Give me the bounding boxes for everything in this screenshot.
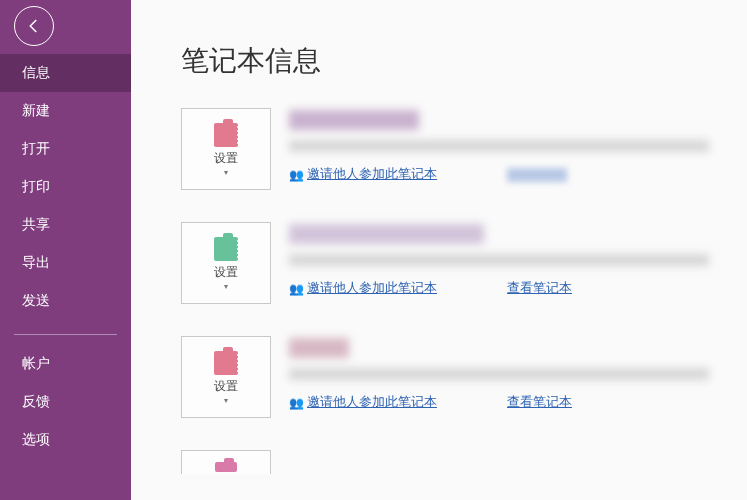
invite-link-label: 邀请他人参加此笔记本 (307, 166, 437, 183)
invite-link-label: 邀请他人参加此笔记本 (307, 280, 437, 297)
chevron-down-icon: ▾ (224, 398, 228, 404)
notebook-title-redacted (289, 224, 484, 244)
notebook-icon (214, 351, 238, 375)
notebook-title-redacted (289, 110, 419, 130)
notebook-icon (215, 462, 237, 472)
settings-label: 设置 (214, 378, 238, 395)
nav-item-print[interactable]: 打印 (0, 168, 131, 206)
notebook-path-redacted (289, 368, 709, 380)
sidebar-nav: 信息 新建 打开 打印 共享 导出 发送 (0, 54, 131, 320)
notebook-title-redacted (289, 338, 349, 358)
back-arrow-icon (25, 17, 43, 35)
notebook-settings-button[interactable] (181, 450, 271, 474)
nav-item-account[interactable]: 帐户 (0, 345, 131, 383)
notebook-path-redacted (289, 254, 709, 266)
content-area: 笔记本信息 设置 ▾ 👥 (131, 0, 747, 500)
nav-item-feedback[interactable]: 反馈 (0, 383, 131, 421)
invite-link-label: 邀请他人参加此笔记本 (307, 394, 437, 411)
settings-label: 设置 (214, 264, 238, 281)
invite-link[interactable]: 👥 邀请他人参加此笔记本 (289, 394, 437, 411)
notebook-info: 👥 邀请他人参加此笔记本 查看笔记本 (289, 336, 747, 411)
back-button[interactable] (14, 6, 54, 46)
notebook-settings-button[interactable]: 设置 ▾ (181, 222, 271, 304)
nav-item-info[interactable]: 信息 (0, 54, 131, 92)
notebook-settings-button[interactable]: 设置 ▾ (181, 336, 271, 418)
redacted-link (507, 168, 567, 182)
sidebar-nav-bottom: 帐户 反馈 选项 (0, 345, 131, 459)
notebook-item: 设置 ▾ 👥 邀请他人参加此笔记本 查看笔记本 (181, 336, 747, 418)
notebook-icon (214, 123, 238, 147)
notebook-path-redacted (289, 140, 709, 152)
notebook-icon (214, 237, 238, 261)
view-notebook-link[interactable]: 查看笔记本 (507, 280, 572, 297)
chevron-down-icon: ▾ (224, 284, 228, 290)
backstage-sidebar: 信息 新建 打开 打印 共享 导出 发送 帐户 反馈 选项 (0, 0, 131, 500)
notebook-list: 设置 ▾ 👥 邀请他人参加此笔记本 (181, 108, 747, 474)
nav-item-options[interactable]: 选项 (0, 421, 131, 459)
view-notebook-link[interactable]: 查看笔记本 (507, 394, 572, 411)
nav-item-export[interactable]: 导出 (0, 244, 131, 282)
nav-item-new[interactable]: 新建 (0, 92, 131, 130)
nav-item-open[interactable]: 打开 (0, 130, 131, 168)
sidebar-divider (14, 334, 117, 335)
people-icon: 👥 (289, 168, 304, 182)
settings-label: 设置 (214, 150, 238, 167)
notebook-item-partial (181, 450, 747, 474)
notebook-item: 设置 ▾ 👥 邀请他人参加此笔记本 查看笔记本 (181, 222, 747, 304)
notebook-settings-button[interactable]: 设置 ▾ (181, 108, 271, 190)
chevron-down-icon: ▾ (224, 170, 228, 176)
invite-link[interactable]: 👥 邀请他人参加此笔记本 (289, 166, 437, 183)
people-icon: 👥 (289, 396, 304, 410)
nav-item-send[interactable]: 发送 (0, 282, 131, 320)
notebook-item: 设置 ▾ 👥 邀请他人参加此笔记本 (181, 108, 747, 190)
nav-item-share[interactable]: 共享 (0, 206, 131, 244)
page-title: 笔记本信息 (181, 42, 747, 80)
notebook-info: 👥 邀请他人参加此笔记本 (289, 108, 747, 183)
people-icon: 👥 (289, 282, 304, 296)
notebook-info: 👥 邀请他人参加此笔记本 查看笔记本 (289, 222, 747, 297)
invite-link[interactable]: 👥 邀请他人参加此笔记本 (289, 280, 437, 297)
